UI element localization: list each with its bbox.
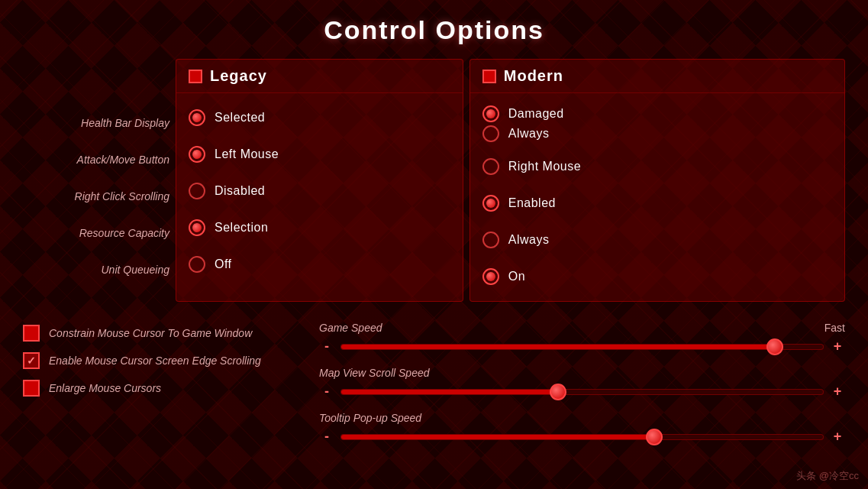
game-speed-minus[interactable]: - [319,338,334,355]
modern-health-row: Damaged Always [470,99,844,148]
legacy-health-row: Selected [176,99,463,136]
radio-right-mouse[interactable] [482,158,499,175]
label-left-mouse: Left Mouse [215,147,279,161]
checkbox-constrain-row[interactable]: Constrain Mouse Cursor To Game Window [23,325,313,342]
label-resource: Resource Capacity [23,215,176,251]
tooltip-fill [341,435,654,439]
game-speed-plus[interactable]: + [830,338,845,355]
legacy-attack-row: Left Mouse [176,136,463,173]
game-speed-thumb[interactable] [766,338,783,355]
modern-damaged-item: Damaged [482,105,832,122]
map-scroll-fill [341,390,558,394]
tooltip-title: Tooltip Pop-up Speed [319,412,421,424]
map-scroll-row: - + [319,384,845,400]
tooltip-plus[interactable]: + [830,429,845,445]
checkbox-edge-scroll[interactable]: ✓ [23,352,40,369]
radio-inner-left-mouse [192,150,202,159]
checkmark-edge-scroll: ✓ [27,355,36,367]
label-attack-move: Attack/Move Button [23,141,176,178]
options-panels: Health Bar Display Attack/Move Button Ri… [23,59,845,302]
radio-on[interactable] [482,268,499,285]
label-enlarge: Enlarge Mouse Cursors [49,382,161,394]
game-speed-track[interactable] [340,344,824,350]
map-scroll-track[interactable] [340,389,824,395]
checkbox-enlarge[interactable] [23,380,40,397]
radio-inner-damaged [486,109,495,118]
legacy-panel-body: Selected Left Mouse [176,93,463,289]
modern-attack-row: Right Mouse [470,148,844,185]
radio-damaged[interactable] [482,105,499,122]
tooltip-header: Tooltip Pop-up Speed [319,412,845,424]
tooltip-row: - + [319,429,845,445]
main-content: Health Bar Display Attack/Move Button Ri… [23,59,845,464]
radio-inner-enabled [486,199,495,208]
checkbox-constrain[interactable] [23,325,40,342]
radio-inner-selection [192,223,202,232]
label-disabled: Disabled [215,184,265,198]
modern-scroll-row: Enabled [470,185,844,222]
map-scroll-group: Map View Scroll Speed - + [319,367,845,400]
legacy-title: Legacy [210,67,267,85]
radio-always-rc[interactable] [482,232,499,248]
tooltip-track[interactable] [340,434,824,440]
modern-always-hb-item: Always [482,125,832,142]
checkbox-edge-scroll-row[interactable]: ✓ Enable Mouse Cursor Screen Edge Scroll… [23,352,313,369]
legacy-panel-header: Legacy [176,60,463,93]
legacy-scroll-row: Disabled [176,173,463,209]
label-always-rc: Always [508,233,550,247]
modern-panel-header: Modern [470,60,844,93]
modern-title: Modern [504,67,563,85]
label-off: Off [215,257,232,271]
label-edge-scroll: Enable Mouse Cursor Screen Edge Scrollin… [49,355,261,367]
modern-panel: Modern Damaged [469,59,845,302]
checkbox-enlarge-row[interactable]: Enlarge Mouse Cursors [23,380,313,397]
label-on: On [508,270,525,283]
label-enabled: Enabled [508,196,556,210]
radio-inner-on [486,272,495,281]
label-always-hb: Always [508,127,550,141]
label-right-click: Right Click Scrolling [23,178,176,215]
label-damaged: Damaged [508,107,564,121]
map-scroll-minus[interactable]: - [319,384,334,400]
map-scroll-title: Map View Scroll Speed [319,367,429,379]
radio-disabled[interactable] [189,183,205,199]
game-speed-row: - + [319,338,845,355]
legacy-icon [189,70,202,83]
tooltip-minus[interactable]: - [319,429,334,445]
watermark: 头条 @冷空cc [796,469,859,483]
legacy-resource-row: Selection [176,209,463,246]
radio-always-hb[interactable] [482,125,499,142]
tooltip-thumb[interactable] [646,429,663,445]
game-speed-title: Game Speed [319,322,382,334]
radio-selection[interactable] [189,219,205,236]
game-speed-fast: Fast [824,322,845,334]
modern-icon [482,70,496,83]
page-title: Control Options [23,15,845,45]
modern-queue-row: On [470,258,844,295]
radio-enabled[interactable] [482,195,499,212]
radio-off[interactable] [189,256,205,273]
map-scroll-thumb[interactable] [550,384,566,400]
game-speed-fill [341,345,775,349]
label-constrain: Constrain Mouse Cursor To Game Window [49,327,252,339]
label-unit-queue: Unit Queueing [23,251,176,288]
legacy-queue-row: Off [176,246,463,283]
tooltip-group: Tooltip Pop-up Speed - + [319,412,845,445]
labels-column: Health Bar Display Attack/Move Button Ri… [23,59,176,302]
radio-left-mouse[interactable] [189,146,205,163]
modern-panel-body: Damaged Always Right Mouse [470,93,844,301]
radio-inner-selected [192,113,202,122]
radio-selected[interactable] [189,109,205,126]
sliders-column: Game Speed Fast - + [319,319,845,464]
bottom-section: Constrain Mouse Cursor To Game Window ✓ … [23,319,845,464]
map-scroll-header: Map View Scroll Speed [319,367,845,379]
modern-resource-row: Always [470,222,844,258]
label-selected: Selected [215,111,265,125]
page-container: Control Options Health Bar Display Attac… [0,0,868,489]
label-health-bar: Health Bar Display [23,105,176,141]
checkboxes-column: Constrain Mouse Cursor To Game Window ✓ … [23,319,313,464]
legacy-panel: Legacy Selected [176,59,463,302]
game-speed-header: Game Speed Fast [319,322,845,334]
label-selection: Selection [215,221,268,235]
map-scroll-plus[interactable]: + [830,384,845,400]
